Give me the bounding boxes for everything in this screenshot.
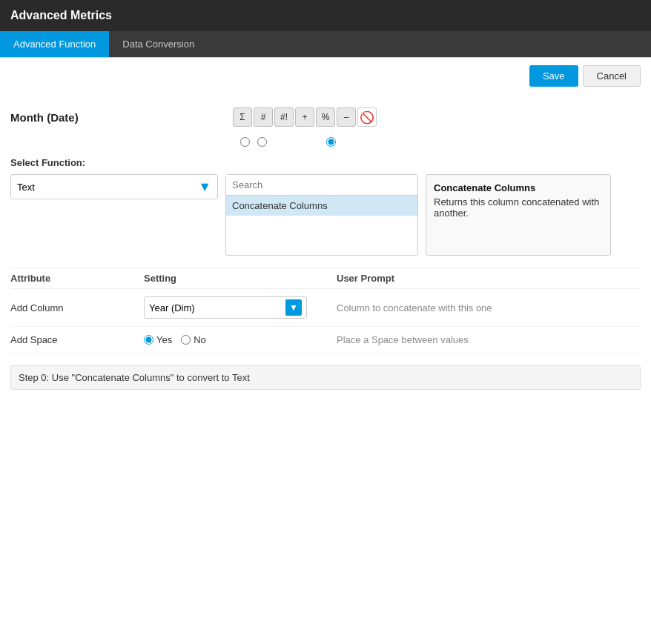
step-text: Step 0: Use "Concatenate Columns" to con… <box>19 372 250 383</box>
year-dim-dropdown[interactable]: Year (Dim) ▼ <box>144 296 307 319</box>
year-dim-value: Year (Dim) <box>149 302 285 313</box>
minus-button[interactable]: – <box>337 107 356 127</box>
tab-data-conversion[interactable]: Data Conversion <box>109 31 208 57</box>
no-radio[interactable] <box>181 335 191 345</box>
radio-option2[interactable] <box>257 137 267 147</box>
no-label-text: No <box>194 334 206 345</box>
search-input[interactable] <box>226 175 417 196</box>
attr-prompt-add-space: Place a Space between values <box>337 334 641 345</box>
save-button[interactable]: Save <box>529 65 578 87</box>
symbol-buttons: Σ # #! + % – 🚫 <box>233 107 377 127</box>
hash-exclaim-button[interactable]: #! <box>274 107 294 127</box>
attr-row-add-column: Add Column Year (Dim) ▼ Column to concat… <box>10 289 641 327</box>
title-bar: Advanced Metrics <box>0 0 651 31</box>
dropdown-arrow-icon: ▼ <box>198 179 211 195</box>
yes-no-radio-group: Yes No <box>144 334 337 345</box>
list-item-concatenate[interactable]: Concatenate Columns <box>226 196 417 216</box>
step-bar: Step 0: Use "Concatenate Columns" to con… <box>10 365 641 390</box>
attr-prompt-add-column: Column to concatenate with this one <box>337 302 641 313</box>
tab-advanced-function[interactable]: Advanced Function <box>0 31 109 57</box>
yes-radio[interactable] <box>144 335 153 345</box>
attr-row-add-space: Add Space Yes No Place a Space between v… <box>10 327 641 353</box>
radio-option1[interactable] <box>240 137 250 147</box>
yes-label[interactable]: Yes <box>144 334 172 345</box>
month-label: Month (Date) <box>10 111 114 124</box>
plus-button[interactable]: + <box>295 107 314 127</box>
year-dim-dropdown-btn[interactable]: ▼ <box>285 299 302 316</box>
content-area: Month (Date) Σ # #! + % – 🚫 Select Funct… <box>0 94 651 397</box>
col-header-setting: Setting <box>144 273 337 284</box>
tabs-bar: Advanced Function Data Conversion <box>0 31 651 58</box>
cancel-button[interactable]: Cancel <box>583 65 641 87</box>
sigma-button[interactable]: Σ <box>233 107 252 127</box>
select-function-label: Select Function: <box>10 157 641 168</box>
percent-button[interactable]: % <box>316 107 335 127</box>
search-list-box: Concatenate Columns <box>225 174 418 256</box>
function-list: Concatenate Columns <box>226 196 417 255</box>
main-container: Advanced Function Data Conversion Save C… <box>0 31 651 644</box>
function-row: Text ▼ Concatenate Columns Concatenate C… <box>10 174 641 256</box>
delete-button[interactable]: 🚫 <box>357 107 377 127</box>
no-label[interactable]: No <box>181 334 206 345</box>
attr-name-add-space: Add Space <box>10 334 144 345</box>
toolbar: Save Cancel <box>0 58 651 94</box>
attributes-header: Attribute Setting User Prompt <box>10 268 641 289</box>
attr-setting-add-space: Yes No <box>144 334 337 345</box>
radio-option3[interactable] <box>326 137 336 147</box>
col-header-attribute: Attribute <box>10 273 144 284</box>
hash-button[interactable]: # <box>254 107 273 127</box>
desc-title: Concatenate Columns <box>434 182 603 193</box>
yes-label-text: Yes <box>156 334 172 345</box>
description-box: Concatenate Columns Returns this column … <box>426 174 611 256</box>
function-dropdown[interactable]: Text ▼ <box>10 174 218 199</box>
function-dropdown-value: Text <box>17 182 35 193</box>
desc-text: Returns this column concatenated with an… <box>434 196 603 219</box>
app-title: Advanced Metrics <box>10 9 112 22</box>
radio-row <box>240 137 641 147</box>
attr-setting-add-column: Year (Dim) ▼ <box>144 296 337 319</box>
attr-name-add-column: Add Column <box>10 302 144 313</box>
month-row: Month (Date) Σ # #! + % – 🚫 <box>10 102 641 133</box>
col-header-user-prompt: User Prompt <box>337 273 641 284</box>
